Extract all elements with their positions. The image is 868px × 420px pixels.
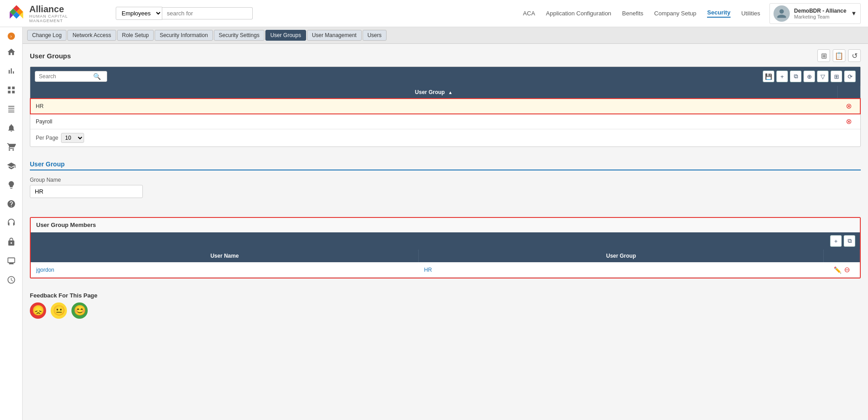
top-nav: Alliance HUMAN CAPITAL MANAGEMENT Employ… bbox=[0, 0, 868, 27]
per-page-row: Per Page 10 25 50 100 bbox=[30, 129, 860, 146]
members-col-username[interactable]: User Name bbox=[31, 250, 419, 262]
nav-company-setup[interactable]: Company Setup bbox=[654, 10, 696, 17]
sidebar-item-graduation[interactable] bbox=[2, 157, 20, 175]
sidebar-item-clock[interactable] bbox=[2, 271, 20, 288]
sidebar-item-lightbulb[interactable] bbox=[2, 176, 20, 193]
user-info: DemoBDR - Alliance Marketing Team bbox=[794, 8, 847, 19]
page-title-icons: ⊞ 📋 ↺ bbox=[817, 49, 861, 62]
tab-users[interactable]: Users bbox=[363, 30, 387, 41]
sidebar-item-monitor[interactable] bbox=[2, 252, 20, 269]
nav-aca[interactable]: ACA bbox=[523, 10, 535, 17]
feedback-sad-icon[interactable]: 😞 bbox=[30, 302, 46, 319]
user-team: Marketing Team bbox=[794, 14, 847, 19]
history-button[interactable]: ↺ bbox=[848, 49, 861, 62]
grid-view-button[interactable]: ⊞ bbox=[817, 49, 830, 62]
feedback-title: Feedback For This Page bbox=[30, 292, 861, 299]
layout: › bbox=[0, 27, 868, 420]
members-section-title: User Group Members bbox=[31, 218, 860, 232]
user-name: DemoBDR - Alliance bbox=[794, 8, 847, 14]
document-button[interactable]: 📋 bbox=[833, 49, 845, 62]
copy-icon-btn[interactable]: ⧉ bbox=[790, 71, 802, 82]
feedback-neutral-icon[interactable]: 😐 bbox=[51, 302, 67, 319]
member-usergroup-cell: HR bbox=[419, 262, 824, 278]
sidebar-item-grid[interactable] bbox=[2, 81, 20, 99]
top-search-area: Employees bbox=[116, 7, 253, 20]
tab-change-log[interactable]: Change Log bbox=[27, 30, 66, 41]
logo-main-text: Alliance bbox=[29, 4, 98, 14]
tab-security-information[interactable]: Security Information bbox=[155, 30, 213, 41]
tab-user-groups[interactable]: User Groups bbox=[265, 30, 306, 41]
page-title: User Groups bbox=[30, 52, 71, 60]
nav-benefits[interactable]: Benefits bbox=[622, 10, 643, 17]
main-nav: ACA Application Configuration Benefits C… bbox=[523, 9, 760, 18]
user-dropdown-icon: ▼ bbox=[851, 10, 857, 17]
top-search-input[interactable] bbox=[162, 7, 253, 19]
members-col-usergroup[interactable]: User Group bbox=[419, 250, 824, 262]
logo-sub-text: HUMAN CAPITAL MANAGEMENT bbox=[29, 14, 98, 23]
sidebar-item-lock[interactable] bbox=[2, 233, 20, 250]
user-group-section-title: User Group bbox=[30, 160, 861, 170]
nav-utilities[interactable]: Utilities bbox=[741, 10, 760, 17]
sort-arrow: ▲ bbox=[448, 90, 453, 95]
tab-security-settings[interactable]: Security Settings bbox=[214, 30, 264, 41]
group-name-cell[interactable]: Payroll bbox=[30, 114, 838, 129]
group-name-input[interactable] bbox=[30, 185, 143, 198]
feedback-happy-icon[interactable]: 😊 bbox=[71, 302, 88, 319]
tab-role-setup[interactable]: Role Setup bbox=[117, 30, 154, 41]
member-usergroup-value: HR bbox=[424, 267, 432, 273]
nav-app-config[interactable]: Application Configuration bbox=[546, 10, 612, 17]
per-page-label: Per Page bbox=[36, 135, 58, 141]
tab-user-management[interactable]: User Management bbox=[307, 30, 362, 41]
user-groups-toolbar: 🔍 💾 + ⧉ ⊕ ▽ ⊞ ⟳ bbox=[30, 67, 860, 86]
add-icon-btn[interactable]: + bbox=[776, 71, 788, 82]
group-name-cell[interactable]: HR bbox=[30, 99, 838, 114]
user-groups-search-box[interactable]: 🔍 bbox=[35, 71, 107, 82]
delete-row-icon[interactable]: ⊗ bbox=[846, 118, 852, 125]
sidebar-item-bell[interactable] bbox=[2, 119, 20, 137]
col-actions bbox=[838, 86, 860, 99]
clone-icon-btn[interactable]: ⊕ bbox=[803, 71, 815, 82]
group-name-form-group: Group Name bbox=[30, 177, 861, 198]
member-username-link[interactable]: jgordon bbox=[36, 267, 54, 273]
sidebar-item-headset[interactable] bbox=[2, 214, 20, 231]
member-edit-icon[interactable]: ✏️ bbox=[834, 266, 841, 274]
sidebar-item-table[interactable] bbox=[2, 100, 20, 118]
sub-tabs: Change Log Network Access Role Setup Sec… bbox=[23, 27, 868, 44]
user-groups-table-container: 🔍 💾 + ⧉ ⊕ ▽ ⊞ ⟳ bbox=[30, 66, 861, 147]
member-row[interactable]: jgordon HR ✏️ ⊖ bbox=[31, 262, 860, 278]
user-group-members-section: User Group Members + ⧉ User Name User Gr… bbox=[30, 217, 861, 278]
user-area[interactable]: DemoBDR - Alliance Marketing Team ▼ bbox=[769, 3, 861, 24]
tab-network-access[interactable]: Network Access bbox=[67, 30, 116, 41]
alliance-logo-icon bbox=[7, 4, 26, 24]
user-groups-search-input[interactable] bbox=[39, 73, 93, 80]
sidebar-item-chart[interactable] bbox=[2, 62, 20, 80]
members-add-btn[interactable]: + bbox=[830, 235, 842, 247]
feedback-icons: 😞 😐 😊 bbox=[30, 302, 861, 319]
col-user-group[interactable]: User Group ▲ bbox=[30, 86, 838, 99]
delete-row-icon[interactable]: ⊗ bbox=[846, 102, 852, 110]
sidebar-item-shop[interactable] bbox=[2, 138, 20, 156]
save-icon-btn[interactable]: 💾 bbox=[763, 71, 774, 82]
export-icon-btn[interactable]: ⟳ bbox=[844, 71, 856, 82]
members-export-btn[interactable]: ⧉ bbox=[844, 235, 855, 247]
logo-area: Alliance HUMAN CAPITAL MANAGEMENT bbox=[7, 4, 98, 24]
page-body: User Groups ⊞ 📋 ↺ 🔍 💾 + bbox=[23, 44, 868, 329]
members-table: User Name User Group jgordon HR bbox=[31, 250, 860, 278]
user-avatar bbox=[774, 5, 790, 22]
member-username-cell[interactable]: jgordon bbox=[31, 262, 419, 278]
page-title-row: User Groups ⊞ 📋 ↺ bbox=[30, 49, 861, 62]
sidebar-item-question[interactable] bbox=[2, 195, 20, 212]
columns-icon-btn[interactable]: ⊞ bbox=[830, 71, 842, 82]
nav-security[interactable]: Security bbox=[707, 9, 730, 18]
search-icon: 🔍 bbox=[93, 73, 101, 80]
member-remove-icon[interactable]: ⊖ bbox=[844, 265, 850, 274]
members-toolbar: + ⧉ bbox=[31, 232, 860, 250]
employees-dropdown[interactable]: Employees bbox=[116, 7, 162, 20]
per-page-select[interactable]: 10 25 50 100 bbox=[61, 133, 84, 143]
table-row[interactable]: HR ⊗ bbox=[30, 99, 860, 114]
sidebar-item-home[interactable] bbox=[2, 43, 20, 61]
table-row[interactable]: Payroll ⊗ bbox=[30, 114, 860, 129]
user-group-form: User Group Group Name bbox=[30, 156, 861, 208]
filter-icon-btn[interactable]: ▽ bbox=[817, 71, 829, 82]
sidebar-expand-chevron[interactable]: › bbox=[8, 33, 15, 40]
